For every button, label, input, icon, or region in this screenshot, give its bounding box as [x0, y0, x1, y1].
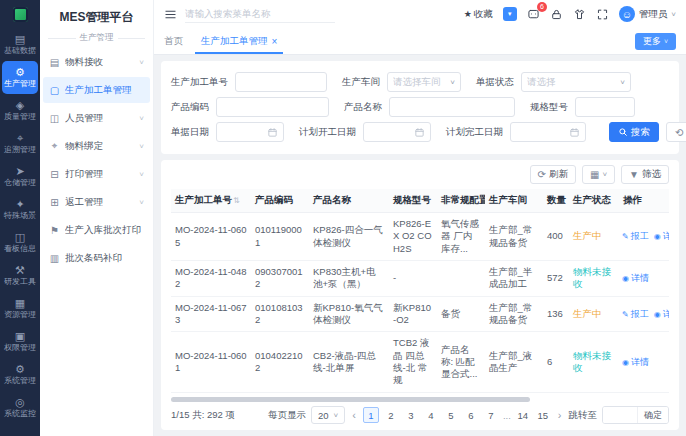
- order-no-input[interactable]: [235, 72, 327, 92]
- doc-status-select[interactable]: 请选择˅: [521, 72, 631, 92]
- theme-skin-icon[interactable]: [573, 8, 586, 21]
- column-header-4[interactable]: 非常规配置: [437, 189, 485, 213]
- submenu-item-0[interactable]: ▤物料接收˅: [43, 49, 150, 75]
- page-button-3[interactable]: 3: [403, 407, 419, 423]
- cell-actions: ◉详情: [619, 261, 669, 297]
- column-header-7[interactable]: 生产状态: [569, 189, 619, 213]
- logo-icon: [13, 7, 28, 22]
- cell-product-code: 0104023198: [251, 392, 309, 394]
- filter-button[interactable]: ▼ 筛选: [621, 165, 669, 184]
- submenu-item-5[interactable]: ⊞返工管理˅: [43, 189, 150, 215]
- page-button-7[interactable]: 7: [483, 407, 499, 423]
- rail-item-resource[interactable]: ▦资源管理: [0, 292, 40, 325]
- rail-item-monitor[interactable]: ◎系统监控: [0, 391, 40, 424]
- tab-label: 生产加工单管理: [201, 35, 268, 48]
- sort-icon[interactable]: ⇅: [233, 196, 240, 205]
- rail-item-dashboard-info[interactable]: ◫看板信息: [0, 226, 40, 259]
- cell-spec-model: KP826-EX O2 CO H2S: [389, 213, 437, 261]
- details-link[interactable]: ◉详情: [622, 273, 649, 285]
- details-link-icon: ◉: [622, 274, 629, 284]
- report-work-link[interactable]: ✎报工: [622, 231, 649, 243]
- doc-status-label: 单据状态: [476, 76, 514, 89]
- rail-item-quality[interactable]: ◈质量管理: [0, 94, 40, 127]
- plan-start-date-input[interactable]: [363, 122, 431, 142]
- reset-button[interactable]: ⟲ 清除: [666, 122, 686, 142]
- page-button-5[interactable]: 5: [443, 407, 459, 423]
- fullscreen-icon[interactable]: [596, 8, 609, 21]
- theme-color-icon[interactable]: ▾: [503, 7, 517, 21]
- spec-model-input[interactable]: [575, 97, 635, 117]
- app-logo[interactable]: [0, 2, 40, 26]
- details-link[interactable]: ◉详情: [654, 309, 669, 321]
- plan-end-date-input[interactable]: [510, 122, 586, 142]
- more-button[interactable]: 更多˅: [635, 33, 676, 50]
- page-button-4[interactable]: 4: [423, 407, 439, 423]
- details-link[interactable]: ◉详情: [622, 357, 649, 369]
- flag-icon: ⚑: [49, 225, 60, 236]
- submenu-item-3[interactable]: ⌖物料绑定˅: [43, 133, 150, 159]
- doc-status-placeholder: 请选择: [527, 76, 620, 89]
- jump-confirm-button[interactable]: 确定: [637, 407, 668, 423]
- submenu-item-1[interactable]: ▢生产加工单管理: [43, 77, 150, 103]
- product-name-input[interactable]: [389, 97, 515, 117]
- horizontal-scrollbar[interactable]: [171, 397, 669, 402]
- next-page-button[interactable]: ›: [556, 409, 564, 421]
- user-menu[interactable]: ☺ 管理员 ˅: [619, 6, 676, 22]
- rail-item-trace[interactable]: ⌖追溯管理: [0, 127, 40, 160]
- cell-order-no: MO-2024-11-0601: [171, 332, 251, 392]
- submenu-item-6[interactable]: ⚑生产入库批次打印: [43, 217, 150, 243]
- rail-item-special-scene[interactable]: ✦特殊场景: [0, 193, 40, 226]
- column-header-2[interactable]: 产品名称: [309, 189, 389, 213]
- column-header-3[interactable]: 规格型号: [389, 189, 437, 213]
- rail-item-label: 看板信息: [4, 244, 36, 253]
- jump-label: 跳转至: [569, 409, 598, 422]
- search-button[interactable]: 搜索: [609, 122, 659, 142]
- close-tab-icon[interactable]: ×: [272, 36, 278, 47]
- tab-0[interactable]: 首页: [164, 28, 183, 54]
- refresh-icon: ⟳: [538, 169, 546, 180]
- column-header-1[interactable]: 产品编码: [251, 189, 309, 213]
- cell-spec-model: TCB1000-1000 ug/m3: [389, 392, 437, 394]
- page-button-14[interactable]: 14: [515, 407, 531, 423]
- column-header-label: 操作: [623, 194, 642, 205]
- box-icon: ▢: [49, 85, 60, 96]
- users-icon: ◫: [49, 113, 60, 124]
- submenu-item-4[interactable]: ⊟打印管理˅: [43, 161, 150, 187]
- details-link[interactable]: ◉详情: [654, 231, 669, 243]
- rail-item-warehouse[interactable]: ➤仓储管理: [0, 160, 40, 193]
- column-header-8[interactable]: 操作: [619, 189, 669, 213]
- menu-search-input[interactable]: [185, 6, 335, 23]
- page-button-1[interactable]: 1: [363, 407, 379, 423]
- page-button-6[interactable]: 6: [463, 407, 479, 423]
- collapse-menu-icon[interactable]: [164, 8, 177, 21]
- report-work-link[interactable]: ✎报工: [622, 309, 649, 321]
- jump-page-input[interactable]: [603, 407, 637, 423]
- submenu-item-7[interactable]: ▥批次条码补印: [43, 245, 150, 271]
- submenu-item-2[interactable]: ◫人员管理˅: [43, 105, 150, 131]
- rail-item-base-data[interactable]: ▤基础数据: [0, 28, 40, 61]
- refresh-button[interactable]: ⟳ 刷新: [530, 165, 576, 184]
- column-header-0[interactable]: 生产加工单号⇅: [171, 189, 251, 213]
- scrollbar-thumb[interactable]: [171, 397, 530, 402]
- page-button-15[interactable]: 15: [535, 407, 551, 423]
- rail-item-permission[interactable]: ▣权限管理: [0, 325, 40, 358]
- pagination: 1/15 共: 292 项 每页显示 20 ˅ ‹ 1234567...1415…: [171, 404, 669, 426]
- rail-item-system[interactable]: ⚙系统管理: [0, 358, 40, 391]
- rail-item-dev-tools[interactable]: ⚒研发工具: [0, 259, 40, 292]
- columns-button[interactable]: ▦ ˅: [582, 165, 615, 184]
- favorite-button[interactable]: ★ 收藏: [464, 8, 493, 21]
- prev-page-button[interactable]: ‹: [350, 409, 358, 421]
- lock-screen-icon[interactable]: [550, 8, 563, 21]
- column-header-5[interactable]: 生产车间: [485, 189, 543, 213]
- doc-date-input[interactable]: [216, 122, 284, 142]
- workshop-select[interactable]: 请选择车间˅: [387, 72, 461, 92]
- rail-item-production[interactable]: ⚙生产管理: [2, 61, 38, 94]
- notifications-button[interactable]: 6: [527, 8, 540, 21]
- page-button-2[interactable]: 2: [383, 407, 399, 423]
- details-link-icon: ◉: [654, 310, 661, 320]
- per-page-select[interactable]: 20 ˅: [311, 406, 345, 424]
- tab-1[interactable]: 生产加工单管理×: [201, 28, 277, 54]
- product-code-input[interactable]: [216, 97, 329, 117]
- cell-order-no: MO-2024-11-0482: [171, 261, 251, 297]
- column-header-6[interactable]: 数量: [543, 189, 569, 213]
